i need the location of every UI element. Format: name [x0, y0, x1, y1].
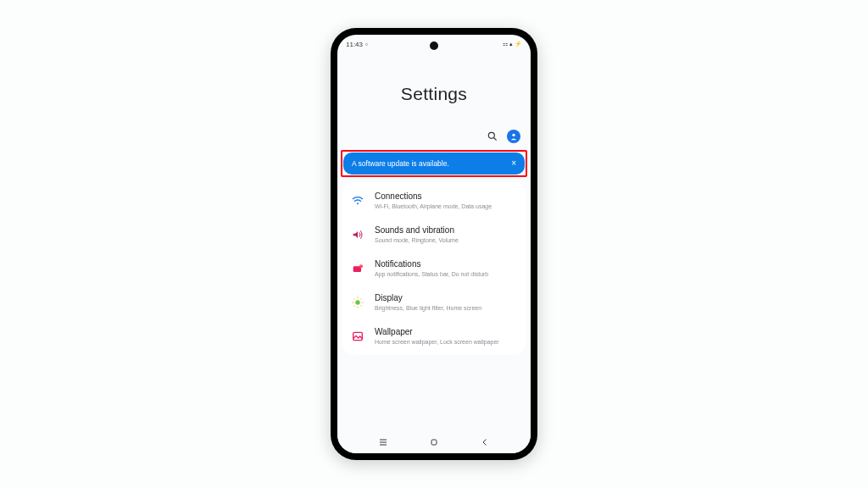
phone-frame: 11:43 ▫ ⚏ ▴ ⚡ Settings A software update… — [331, 28, 537, 460]
status-notif-icon: ▫ — [365, 41, 368, 48]
settings-item-notifications[interactable]: Notifications App notifications, Status … — [342, 252, 526, 286]
svg-point-0 — [488, 132, 494, 138]
account-icon — [509, 132, 518, 141]
svg-rect-19 — [431, 440, 437, 445]
item-subtitle: Sound mode, Ringtone, Volume — [375, 236, 517, 244]
svg-line-12 — [360, 306, 361, 307]
item-subtitle: Wi-Fi, Bluetooth, Airplane mode, Data us… — [375, 202, 517, 210]
svg-line-1 — [494, 138, 497, 141]
camera-hole — [430, 42, 438, 50]
item-subtitle: Home screen wallpaper, Lock screen wallp… — [375, 338, 517, 346]
navigation-bar — [337, 430, 531, 453]
item-title: Connections — [375, 191, 517, 202]
page-title: Settings — [401, 84, 467, 104]
svg-line-14 — [360, 299, 361, 300]
settings-item-sounds[interactable]: Sounds and vibration Sound mode, Rington… — [342, 218, 526, 252]
settings-group: Connections Wi-Fi, Bluetooth, Airplane m… — [342, 182, 526, 355]
status-indicators: ⚏ ▴ ⚡ — [503, 41, 522, 47]
svg-line-11 — [353, 299, 354, 300]
search-button[interactable] — [487, 130, 498, 142]
wallpaper-icon — [351, 330, 364, 343]
toolbar — [337, 130, 531, 150]
screen: 11:43 ▫ ⚏ ▴ ⚡ Settings A software update… — [337, 35, 531, 453]
item-subtitle: Brightness, Blue light filter, Home scre… — [375, 304, 517, 312]
settings-item-wallpaper[interactable]: Wallpaper Home screen wallpaper, Lock sc… — [342, 319, 526, 353]
notifications-icon — [351, 262, 364, 275]
settings-item-display[interactable]: Display Brightness, Blue light filter, H… — [342, 286, 526, 319]
recents-icon — [378, 437, 388, 447]
item-subtitle: App notifications, Status bar, Do not di… — [375, 270, 517, 278]
item-title: Notifications — [375, 259, 517, 269]
svg-point-6 — [355, 301, 359, 305]
banner-text: A software update is available. — [352, 159, 449, 168]
home-icon — [429, 437, 439, 447]
settings-item-connections[interactable]: Connections Wi-Fi, Bluetooth, Airplane m… — [342, 184, 526, 218]
sound-icon — [351, 228, 364, 241]
highlight-box: A software update is available. × — [341, 150, 527, 177]
display-icon — [351, 296, 364, 309]
recents-button[interactable] — [377, 436, 389, 448]
account-button[interactable] — [507, 130, 520, 143]
svg-point-5 — [359, 265, 363, 269]
item-title: Display — [375, 293, 517, 303]
item-title: Wallpaper — [375, 327, 517, 337]
svg-line-13 — [353, 306, 354, 307]
search-icon — [487, 130, 498, 142]
update-banner[interactable]: A software update is available. × — [343, 152, 525, 175]
svg-point-3 — [357, 202, 359, 204]
back-button[interactable] — [479, 436, 491, 448]
back-icon — [480, 437, 490, 447]
svg-rect-15 — [353, 333, 363, 341]
settings-list[interactable]: A software update is available. × Connec… — [337, 150, 531, 430]
svg-point-2 — [512, 134, 515, 136]
status-time: 11:43 — [346, 41, 363, 48]
header: Settings — [337, 50, 531, 130]
banner-close-button[interactable]: × — [511, 159, 516, 168]
home-button[interactable] — [428, 436, 440, 448]
item-title: Sounds and vibration — [375, 225, 517, 236]
wifi-icon — [351, 194, 364, 208]
